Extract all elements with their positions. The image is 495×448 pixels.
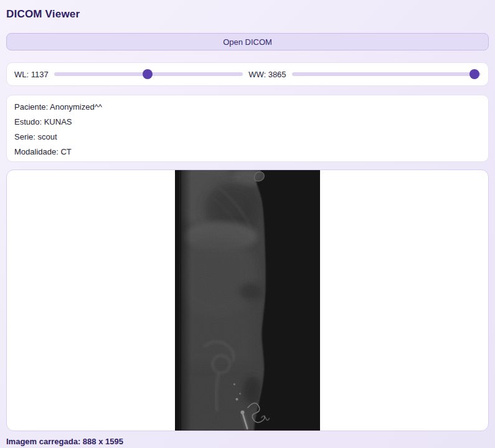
- wl-slider[interactable]: [54, 69, 243, 79]
- ww-slider-track[interactable]: [292, 72, 481, 76]
- page-title: DICOM Viewer: [6, 7, 489, 21]
- series-line: Serie: scout: [14, 129, 481, 144]
- image-viewer-panel[interactable]: [6, 169, 489, 431]
- study-line: Estudo: KUNAS: [14, 114, 481, 129]
- ct-scout-lateral-image: [175, 170, 320, 431]
- patient-info-panel: Paciente: Anonymized^^ Estudo: KUNAS Ser…: [6, 95, 489, 162]
- open-dicom-button[interactable]: Open DICOM: [6, 33, 489, 50]
- dicom-viewer-app: DICOM Viewer Open DICOM WL: 1137 WW: 386…: [6, 7, 489, 446]
- window-controls-panel: WL: 1137 WW: 3865: [6, 62, 489, 86]
- ww-label: WW: 3865: [248, 70, 286, 79]
- modality-line: Modalidade: CT: [14, 144, 481, 159]
- ww-slider-thumb[interactable]: [469, 69, 479, 79]
- status-text: Imagem carregada: 888 x 1595: [6, 437, 489, 446]
- wl-label: WL: 1137: [14, 70, 49, 79]
- patient-name-line: Paciente: Anonymized^^: [14, 99, 481, 114]
- ww-slider[interactable]: [292, 69, 481, 79]
- wl-slider-thumb[interactable]: [143, 69, 153, 79]
